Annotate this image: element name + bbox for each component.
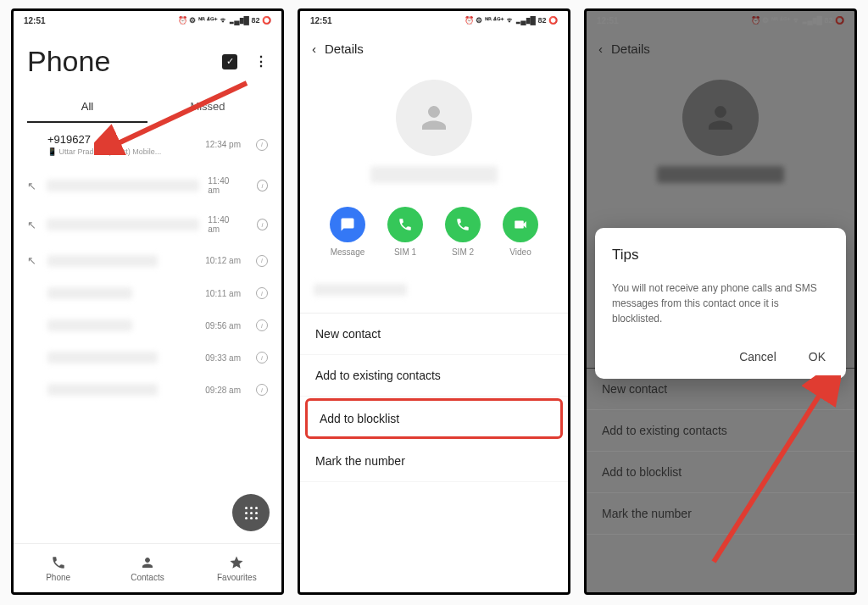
info-icon[interactable]: i — [256, 384, 268, 396]
nav-label: Contacts — [131, 573, 164, 582]
call-item[interactable]: 10:11 ami — [27, 277, 268, 309]
cancel-button[interactable]: Cancel — [736, 345, 780, 369]
call-location: 📱 Uttar Pradesh (West) Mobile... — [47, 147, 197, 156]
call-item[interactable]: 09:56 ami — [27, 309, 268, 341]
call-number: +919627 — [47, 133, 197, 146]
menu-add-blocklist: Add to blocklist — [587, 452, 854, 493]
nav-contacts[interactable]: Contacts — [103, 544, 192, 592]
screen-blocklist-dialog: 12:51⏰ ⚙ ᴺᴿ ⁴ᴳ⁺ ᯤ ▂▄▆█ 82 ⭕ ‹Details New… — [584, 8, 857, 595]
contact-avatar — [396, 80, 472, 156]
screen-contact-details: 12:51⏰ ⚙ ᴺᴿ ⁴ᴳ⁺ ᯤ ▂▄▆█ 82 ⭕ ‹Details Mes… — [298, 8, 570, 595]
screen-phone-app: 12:51 ⏰ ⚙ ᴺᴿ ⁴ᴳ⁺ ᯤ ▂▄▆█ 82 ⭕ Phone ✓ ⋮ A… — [11, 8, 284, 595]
blurred-contact — [47, 219, 199, 230]
status-bar: 12:51 ⏰ ⚙ ᴺᴿ ⁴ᴳ⁺ ᯤ ▂▄▆█ 82 ⭕ — [14, 11, 281, 30]
contact-avatar — [682, 80, 759, 156]
back-header: ‹Details — [587, 30, 854, 64]
overflow-menu-icon[interactable]: ⋮ — [254, 53, 268, 69]
header-title: Details — [325, 42, 364, 56]
call-item[interactable]: ↖11:40 ami — [27, 166, 268, 205]
action-call-sim1[interactable]: SIM 1 — [387, 207, 423, 257]
blurred-contact — [47, 352, 158, 364]
tab-missed[interactable]: Missed — [147, 92, 268, 123]
status-icons: ⏰ ⚙ ᴺᴿ ⁴ᴳ⁺ ᯤ ▂▄▆█ 82 ⭕ — [751, 16, 844, 25]
call-item[interactable]: ↖11:40 ami — [27, 205, 268, 244]
call-time: 09:56 am — [205, 321, 241, 330]
action-video[interactable]: Video — [503, 207, 538, 257]
info-icon[interactable]: i — [256, 255, 268, 267]
call-item[interactable]: ↖10:12 ami — [27, 244, 268, 277]
status-time: 12:51 — [310, 16, 332, 25]
nav-label: Favourites — [217, 573, 257, 582]
info-icon[interactable]: i — [256, 139, 268, 151]
call-time: 11:40 am — [208, 176, 241, 195]
action-label: Message — [331, 247, 365, 257]
ok-button[interactable]: OK — [805, 345, 829, 369]
back-chevron-icon: ‹ — [598, 42, 603, 56]
status-icons: ⏰ ⚙ ᴺᴿ ⁴ᴳ⁺ ᯤ ▂▄▆█ 82 ⭕ — [465, 16, 558, 25]
outgoing-call-icon: ↖ — [27, 180, 38, 192]
menu-mark-number: Mark the number — [587, 493, 854, 535]
outgoing-call-icon: ↖ — [27, 254, 39, 267]
info-icon[interactable]: i — [257, 180, 268, 191]
menu-add-existing[interactable]: Add to existing contacts — [300, 355, 568, 397]
header-title: Details — [611, 42, 650, 56]
outgoing-call-icon: ↖ — [27, 219, 38, 231]
action-call-sim2[interactable]: SIM 2 — [445, 207, 481, 257]
menu-add-existing: Add to existing contacts — [587, 410, 854, 452]
phone-number-block — [300, 274, 568, 313]
nav-label: Phone — [46, 573, 70, 582]
tabs: All Missed — [14, 92, 281, 123]
info-icon[interactable]: i — [256, 319, 268, 331]
nav-phone[interactable]: Phone — [14, 544, 103, 592]
info-icon[interactable]: i — [256, 352, 268, 364]
tips-dialog: Tips You will not receive any phone call… — [595, 228, 846, 379]
call-time: 09:33 am — [205, 353, 241, 363]
page-title: Phone — [27, 45, 110, 78]
bottom-nav: Phone Contacts Favourites — [14, 543, 281, 592]
status-time: 12:51 — [597, 16, 619, 25]
status-icons: ⏰ ⚙ ᴺᴿ ⁴ᴳ⁺ ᯤ ▂▄▆█ 82 ⭕ — [178, 16, 271, 25]
status-bar: 12:51⏰ ⚙ ᴺᴿ ⁴ᴳ⁺ ᯤ ▂▄▆█ 82 ⭕ — [300, 11, 568, 30]
call-item[interactable]: +919627 📱 Uttar Pradesh (West) Mobile...… — [27, 123, 268, 166]
action-label: Video — [509, 247, 531, 257]
menu-mark-number[interactable]: Mark the number — [300, 441, 568, 482]
tab-all[interactable]: All — [27, 92, 147, 123]
blurred-contact — [47, 287, 132, 299]
call-time: 12:34 pm — [205, 140, 241, 149]
call-time: 09:28 am — [205, 386, 241, 395]
blurred-contact — [47, 180, 199, 191]
back-chevron-icon: ‹ — [312, 42, 316, 56]
status-time: 12:51 — [24, 16, 46, 25]
info-icon[interactable]: i — [257, 219, 268, 230]
action-label: SIM 1 — [394, 247, 416, 257]
dialog-message: You will not receive any phone calls and… — [612, 280, 829, 326]
back-header[interactable]: ‹Details — [300, 30, 568, 64]
call-time: 10:11 am — [205, 289, 241, 298]
dialpad-fab[interactable] — [232, 494, 270, 531]
action-label: SIM 2 — [452, 247, 474, 257]
info-icon[interactable]: i — [256, 287, 268, 299]
action-message[interactable]: Message — [330, 207, 365, 257]
contact-name — [587, 166, 854, 183]
action-row: Message SIM 1 SIM 2 Video — [300, 207, 568, 274]
dialog-title: Tips — [612, 247, 829, 264]
call-item[interactable]: 09:28 ami — [27, 374, 268, 406]
blurred-contact — [47, 255, 158, 267]
options-menu: New contact Add to existing contacts Add… — [300, 313, 568, 482]
call-time: 10:12 am — [205, 256, 241, 265]
blurred-contact — [47, 319, 132, 331]
select-toggle-icon[interactable]: ✓ — [222, 54, 237, 69]
menu-add-blocklist[interactable]: Add to blocklist — [305, 398, 563, 439]
menu-new-contact[interactable]: New contact — [300, 314, 568, 355]
contact-name — [300, 166, 568, 183]
recent-calls-list: +919627 📱 Uttar Pradesh (West) Mobile...… — [14, 123, 281, 406]
nav-favourites[interactable]: Favourites — [192, 544, 281, 592]
call-item[interactable]: 09:33 ami — [27, 341, 268, 374]
call-time: 11:40 am — [208, 215, 241, 234]
blurred-contact — [47, 384, 158, 396]
status-bar: 12:51⏰ ⚙ ᴺᴿ ⁴ᴳ⁺ ᯤ ▂▄▆█ 82 ⭕ — [587, 11, 854, 30]
